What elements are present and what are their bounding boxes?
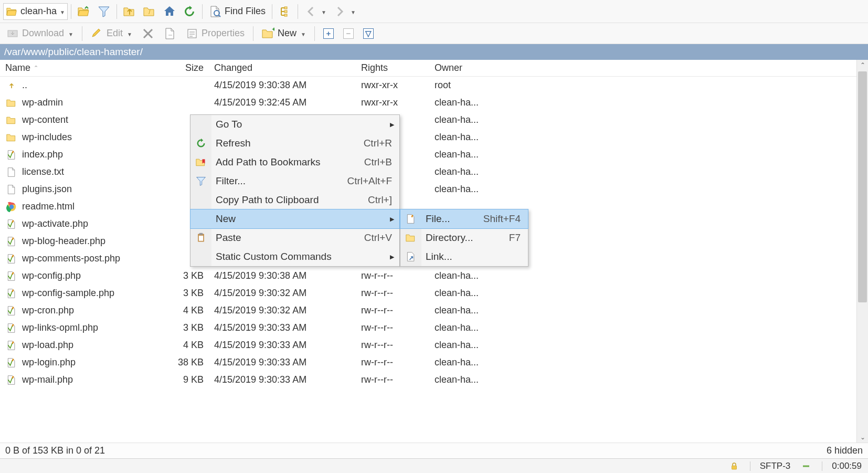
col-owner[interactable]: Owner	[429, 62, 856, 73]
menu-item-paste[interactable]: PasteCtrl+V	[190, 228, 399, 247]
col-name[interactable]: Name⌃	[0, 62, 168, 73]
file-name: wp-blog-header.php	[22, 236, 105, 247]
file-row[interactable]: wp-includesclean-ha...	[0, 129, 856, 146]
select-all-button[interactable]: +	[320, 26, 337, 41]
chevron-down-icon	[350, 6, 356, 17]
menu-item-refresh[interactable]: RefreshCtrl+R	[190, 134, 399, 153]
file-owner: clean-ha...	[429, 322, 856, 333]
file-rights: rw-r--r--	[356, 340, 429, 351]
link-icon	[405, 250, 417, 263]
filter-button[interactable]	[94, 3, 113, 20]
find-files-button[interactable]: Find Files	[206, 3, 269, 20]
file-row[interactable]: wp-contentclean-ha...	[0, 111, 856, 129]
file-row[interactable]: wp-config-sample.php3 KB4/15/2019 9:30:3…	[0, 285, 856, 302]
nav-up-button[interactable]	[75, 3, 93, 20]
menu-item-filter[interactable]: Filter...Ctrl+Alt+F	[190, 172, 399, 191]
download-label: Download	[22, 28, 64, 39]
file-owner: clean-ha...	[429, 357, 856, 368]
file-row[interactable]: index.phpclean-ha...	[0, 146, 856, 163]
properties-button[interactable]: Properties	[183, 25, 248, 42]
path-selector[interactable]: clean-ha	[3, 3, 68, 20]
file-changed: 4/15/2019 9:30:33 AM	[209, 340, 356, 351]
chevron-down-icon	[300, 28, 306, 39]
file-rights: rw-r--r--	[356, 305, 429, 316]
refresh-button[interactable]	[180, 3, 199, 20]
edit-icon	[91, 27, 103, 40]
invert-select-button[interactable]	[360, 26, 377, 41]
history-fwd-button[interactable]	[331, 3, 359, 20]
newfile-icon	[405, 213, 417, 225]
nav-root-button[interactable]: /	[140, 3, 159, 20]
menu-item-copy-path-to-clipboard[interactable]: Copy Path to ClipboardCtrl+]	[190, 191, 399, 209]
file-row[interactable]: wp-admin4/15/2019 9:32:45 AMrwxr-xr-xcle…	[0, 94, 856, 111]
menu-item-static-custom-commands[interactable]: Static Custom Commands	[190, 247, 399, 266]
menu-item-link[interactable]: Link...	[400, 247, 528, 266]
filter-icon	[195, 175, 207, 187]
php-icon	[5, 339, 18, 352]
file-row[interactable]: license.txt20clean-ha...	[0, 163, 856, 181]
menu-label: Link...	[426, 251, 452, 262]
col-size[interactable]: Size	[168, 62, 209, 73]
menu-item-go-to[interactable]: Go To	[190, 115, 399, 134]
file-name: plugins.json	[22, 184, 72, 195]
menu-item-directory[interactable]: Directory...F7	[400, 228, 528, 247]
plus-icon: +	[323, 28, 334, 39]
file-row[interactable]: wp-mail.php9 KB4/15/2019 9:30:33 AMrw-r-…	[0, 371, 856, 388]
tree-button[interactable]	[276, 3, 294, 20]
home-icon	[163, 5, 176, 18]
menu-shortcut: Ctrl+R	[348, 138, 392, 149]
select-none-button[interactable]: −	[340, 26, 357, 41]
file-row[interactable]: wp-load.php4 KB4/15/2019 9:30:33 AMrw-r-…	[0, 337, 856, 354]
properties-label: Properties	[202, 28, 245, 39]
refresh-icon	[195, 137, 207, 150]
menu-item-file[interactable]: File...Shift+F4	[400, 209, 528, 228]
rename-button[interactable]	[161, 25, 179, 42]
main-toolbar: clean-ha / Find Files	[0, 0, 868, 23]
file-name: readme.html	[22, 201, 75, 212]
delete-button[interactable]	[139, 25, 157, 42]
file-owner: clean-ha...	[429, 340, 856, 351]
file-row[interactable]: wp-login.php38 KB4/15/2019 9:30:33 AMrw-…	[0, 354, 856, 371]
menu-label: File...	[426, 213, 450, 225]
col-changed[interactable]: Changed	[209, 62, 356, 73]
scroll-down-icon[interactable]: ⌄	[857, 432, 868, 443]
php-icon	[5, 218, 18, 230]
file-name: ..	[22, 80, 27, 91]
download-button[interactable]: Download	[3, 25, 77, 42]
edit-label: Edit	[107, 28, 123, 39]
file-row[interactable]: plugins.jsonclean-ha...	[0, 181, 856, 198]
scrollbar[interactable]: ⌃ ⌄	[856, 60, 868, 443]
file-row[interactable]: wp-config.php3 KB4/15/2019 9:30:38 AMrw-…	[0, 267, 856, 285]
lock-icon	[728, 460, 740, 472]
file-row[interactable]: ..4/15/2019 9:30:38 AMrwxr-xr-xroot	[0, 77, 856, 94]
file-name: wp-config-sample.php	[22, 288, 114, 299]
nav-back-button[interactable]	[120, 3, 139, 20]
properties-icon	[186, 27, 198, 40]
file-changed: 4/15/2019 9:30:33 AM	[209, 357, 356, 368]
chevron-down-icon	[320, 6, 326, 17]
file-name: wp-load.php	[22, 340, 73, 351]
address-bar[interactable]: /var/www/public/clean-hamster/	[0, 44, 868, 60]
php-icon	[5, 253, 18, 265]
folder-icon	[5, 131, 18, 144]
file-name: wp-cron.php	[22, 305, 74, 316]
new-button[interactable]: ✦ New	[259, 25, 309, 42]
scroll-thumb[interactable]	[858, 71, 867, 302]
scroll-up-icon[interactable]: ⌃	[857, 60, 868, 70]
new-label: New	[278, 28, 297, 39]
connection-icon[interactable]	[800, 460, 812, 472]
file-owner: clean-ha...	[429, 184, 856, 195]
file-row[interactable]: wp-links-opml.php3 KB4/15/2019 9:30:33 A…	[0, 319, 856, 337]
menu-shortcut: Shift+F4	[468, 213, 521, 225]
nav-home-button[interactable]	[160, 3, 179, 20]
svg-rect-15	[803, 465, 809, 467]
menu-item-add-path-to-bookmarks[interactable]: Add Path to BookmarksCtrl+B	[190, 153, 399, 172]
arrow-right-icon	[334, 5, 346, 18]
file-row[interactable]: wp-cron.php4 KB4/15/2019 9:30:32 AMrw-r-…	[0, 302, 856, 319]
menu-item-new[interactable]: New	[190, 209, 399, 228]
history-back-button[interactable]	[301, 3, 330, 20]
edit-button[interactable]: Edit	[88, 25, 135, 42]
file-changed: 4/15/2019 9:30:32 AM	[209, 305, 356, 316]
rename-icon	[164, 27, 176, 40]
col-rights[interactable]: Rights	[356, 62, 429, 73]
